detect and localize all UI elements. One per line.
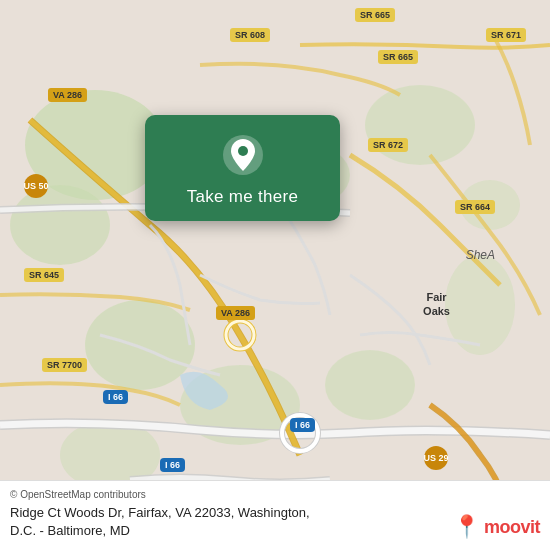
moovit-logo: 📍 moovit — [453, 514, 540, 540]
road-label-us50: US 50 — [24, 174, 48, 198]
bottom-bar: © OpenStreetMap contributors Ridge Ct Wo… — [0, 480, 550, 550]
road-label-va286-top: VA 286 — [48, 88, 87, 102]
take-me-there-button[interactable]: Take me there — [187, 187, 299, 207]
svg-point-2 — [10, 185, 110, 265]
road-label-va286-mid: VA 286 — [216, 306, 255, 320]
road-label-sr645: SR 645 — [24, 268, 64, 282]
map-area-label-fair-oaks: FairOaks — [423, 290, 450, 319]
road-label-sr608: SR 608 — [230, 28, 270, 42]
road-label-sr672: SR 672 — [368, 138, 408, 152]
svg-point-5 — [365, 85, 475, 165]
svg-point-16 — [238, 146, 248, 156]
road-label-i66-bottom: I 66 — [160, 458, 185, 472]
road-label-us29: US 29 — [424, 446, 448, 470]
map-container: SR 665 SR 608 SR 665 SR 671 VA 286 SR 67… — [0, 0, 550, 550]
map-area-label-shea: SheA — [466, 248, 495, 262]
road-label-i66-left: I 66 — [103, 390, 128, 404]
svg-point-3 — [85, 300, 195, 390]
road-label-sr664: SR 664 — [455, 200, 495, 214]
road-label-sr665-top: SR 665 — [355, 8, 395, 22]
road-label-i66-right: I 66 — [290, 418, 315, 432]
svg-point-7 — [325, 350, 415, 420]
moovit-wordmark: moovit — [484, 517, 540, 538]
road-label-sr671: SR 671 — [486, 28, 526, 42]
moovit-pin-icon: 📍 — [453, 514, 480, 540]
road-label-sr665-mid: SR 665 — [378, 50, 418, 64]
road-label-sr7700: SR 7700 — [42, 358, 87, 372]
navigation-popup: Take me there — [145, 115, 340, 221]
address-text: Ridge Ct Woods Dr, Fairfax, VA 22033, Wa… — [10, 504, 310, 540]
map-background — [0, 0, 550, 550]
location-pin-icon — [221, 133, 265, 177]
osm-attribution[interactable]: © OpenStreetMap contributors — [10, 489, 540, 500]
